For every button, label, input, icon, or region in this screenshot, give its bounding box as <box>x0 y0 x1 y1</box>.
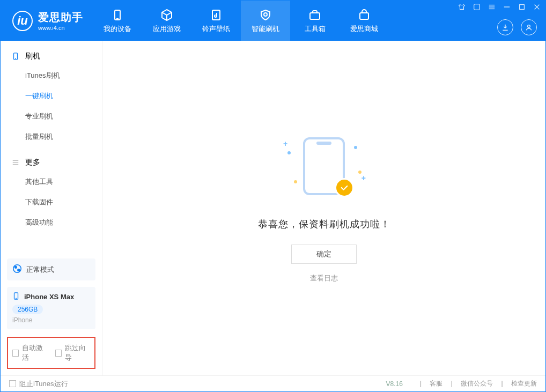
list-icon <box>11 158 20 167</box>
device-capacity: 256GB <box>12 305 43 314</box>
toolbox-icon <box>308 8 322 22</box>
svg-rect-11 <box>520 5 525 10</box>
note-icon <box>209 8 223 22</box>
checkbox-skip-guide[interactable]: 跳过向导 <box>55 343 91 363</box>
device-icon <box>110 8 124 22</box>
sidebar-section-flash: 刷机 iTunes刷机 一键刷机 专业刷机 批量刷机 <box>1 41 102 147</box>
window-controls-top <box>458 3 541 11</box>
store-icon <box>357 8 371 22</box>
main-content: + + 恭喜您，保资料刷机成功啦！ 确定 查看日志 <box>102 41 545 375</box>
sidebar-item-itunes-flash[interactable]: iTunes刷机 <box>1 65 102 86</box>
app-window: iu 爱思助手 www.i4.cn 我的设备 应用游戏 铃声壁纸 智能刷机 <box>0 0 546 392</box>
sidebar-item-oneclick-flash[interactable]: 一键刷机 <box>1 86 102 106</box>
nav-label: 爱思商城 <box>350 24 378 34</box>
nav-apps-games[interactable]: 应用游戏 <box>142 1 191 41</box>
sidebar-item-other-tools[interactable]: 其他工具 <box>1 172 102 192</box>
svg-point-23 <box>18 269 20 271</box>
close-icon[interactable] <box>533 3 541 11</box>
nav-label: 我的设备 <box>104 24 131 34</box>
nav-label: 铃声壁纸 <box>202 24 230 34</box>
mode-label: 正常模式 <box>26 265 54 275</box>
body: 刷机 iTunes刷机 一键刷机 专业刷机 批量刷机 更多 其他工具 下载固件 … <box>1 41 545 375</box>
svg-point-22 <box>15 267 17 269</box>
feedback-icon[interactable] <box>473 3 481 11</box>
footer-link-update[interactable]: 检查更新 <box>511 380 537 387</box>
nav-my-device[interactable]: 我的设备 <box>93 1 142 41</box>
success-illustration: + + <box>281 133 367 203</box>
checkbox-auto-activate[interactable]: 自动激活 <box>12 343 48 363</box>
ok-button[interactable]: 确定 <box>291 245 357 264</box>
header-actions <box>497 19 537 35</box>
app-site: www.i4.cn <box>38 25 83 31</box>
device-model: iPhone <box>12 316 90 324</box>
menu-icon[interactable] <box>488 3 496 11</box>
logo-area: iu 爱思助手 www.i4.cn <box>1 1 93 41</box>
logo-text: 爱思助手 www.i4.cn <box>38 10 83 31</box>
sidebar: 刷机 iTunes刷机 一键刷机 专业刷机 批量刷机 更多 其他工具 下载固件 … <box>1 41 102 375</box>
sidebar-header-flash: 刷机 <box>1 47 102 65</box>
nav-toolbox[interactable]: 工具箱 <box>290 1 340 41</box>
footer: 阻止iTunes运行 V8.16 | 客服 | 微信公众号 | 检查更新 <box>1 375 545 391</box>
mode-card[interactable]: 正常模式 <box>7 258 95 280</box>
check-badge-icon <box>335 178 354 197</box>
nav-ringtone-wallpaper[interactable]: 铃声壁纸 <box>191 1 241 41</box>
app-header: iu 爱思助手 www.i4.cn 我的设备 应用游戏 铃声壁纸 智能刷机 <box>1 1 545 41</box>
app-title: 爱思助手 <box>38 10 83 25</box>
shirt-icon[interactable] <box>458 3 466 11</box>
checkbox-icon <box>55 350 62 357</box>
sidebar-item-pro-flash[interactable]: 专业刷机 <box>1 106 102 127</box>
logo-icon: iu <box>12 11 33 31</box>
sidebar-header-label: 更多 <box>25 158 40 167</box>
cube-icon <box>160 8 174 22</box>
version-label: V8.16 <box>386 380 403 388</box>
svg-point-21 <box>13 265 21 272</box>
svg-rect-4 <box>310 13 320 19</box>
checkbox-label: 阻止iTunes运行 <box>19 379 68 389</box>
device-card[interactable]: iPhone XS Max 256GB iPhone <box>7 287 95 329</box>
minimize-icon[interactable] <box>503 3 511 11</box>
device-icon <box>12 292 20 301</box>
user-button[interactable] <box>521 19 537 35</box>
checkbox-block-itunes[interactable]: 阻止iTunes运行 <box>9 379 68 389</box>
checkbox-icon <box>9 380 16 387</box>
download-button[interactable] <box>497 19 513 35</box>
sidebar-section-more: 更多 其他工具 下载固件 高级功能 <box>1 147 102 233</box>
maximize-icon[interactable] <box>518 3 526 11</box>
footer-link-wechat[interactable]: 微信公众号 <box>461 380 493 387</box>
checkbox-label: 自动激活 <box>22 343 47 363</box>
sidebar-item-download-firmware[interactable]: 下载固件 <box>1 192 102 212</box>
highlight-options: 自动激活 跳过向导 <box>7 337 95 369</box>
checkbox-label: 跳过向导 <box>65 343 90 363</box>
device-name: iPhone XS Max <box>24 293 74 301</box>
shield-icon <box>259 8 272 22</box>
svg-rect-6 <box>474 4 480 10</box>
mode-icon <box>12 264 22 275</box>
svg-point-15 <box>528 25 530 28</box>
view-log-link[interactable]: 查看日志 <box>310 273 338 283</box>
nav-store[interactable]: 爱思商城 <box>340 1 389 41</box>
phone-icon <box>11 52 20 61</box>
svg-rect-5 <box>360 13 368 19</box>
sidebar-item-advanced[interactable]: 高级功能 <box>1 212 102 233</box>
nav-smart-flash[interactable]: 智能刷机 <box>241 1 290 41</box>
nav-label: 智能刷机 <box>252 24 279 34</box>
top-nav: 我的设备 应用游戏 铃声壁纸 智能刷机 工具箱 爱思商城 <box>93 1 389 41</box>
sidebar-header-label: 刷机 <box>25 51 40 61</box>
sidebar-header-more: 更多 <box>1 153 102 172</box>
checkbox-icon <box>12 350 19 357</box>
nav-label: 工具箱 <box>305 24 326 34</box>
footer-links: | 客服 | 微信公众号 | 检查更新 <box>414 379 537 388</box>
footer-link-support[interactable]: 客服 <box>430 380 442 387</box>
result-message: 恭喜您，保资料刷机成功啦！ <box>258 218 390 231</box>
sidebar-item-batch-flash[interactable]: 批量刷机 <box>1 127 102 147</box>
nav-label: 应用游戏 <box>153 24 181 34</box>
svg-point-3 <box>264 13 267 16</box>
